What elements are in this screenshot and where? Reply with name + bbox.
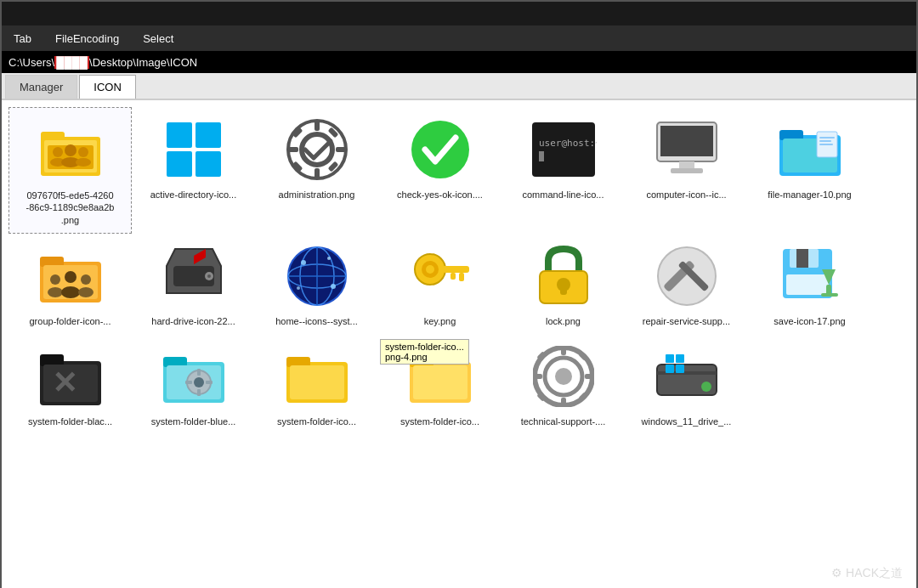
icon-label: file-manager-10.png: [768, 189, 851, 201]
svg-point-46: [81, 274, 91, 285]
svg-rect-31: [671, 168, 703, 173]
icon-image: [406, 116, 474, 184]
svg-rect-10: [167, 122, 192, 148]
menu-bar: Tab FileEncoding Select: [2, 25, 916, 51]
svg-rect-100: [413, 365, 468, 399]
icon-image: [776, 242, 844, 310]
title-bar: [2, 2, 916, 25]
svg-point-52: [207, 274, 211, 278]
icon-label: lock.png: [546, 315, 581, 327]
list-item[interactable]: 097670f5-ede5-4260-86c9-1189c9e8aa2b.png: [8, 107, 132, 234]
svg-point-24: [411, 121, 469, 178]
list-item[interactable]: hard-drive-icon-22...: [132, 234, 255, 334]
list-item[interactable]: computer-icon--ic...: [625, 107, 748, 234]
svg-point-59: [301, 260, 306, 265]
svg-point-60: [327, 257, 331, 260]
icon-label: 097670f5-ede5-4260-86c9-1189c9e8aa2b.png: [26, 189, 115, 226]
svg-point-103: [555, 368, 572, 385]
svg-rect-13: [196, 151, 221, 177]
icon-image: user@host:~$: [530, 116, 598, 184]
list-item[interactable]: home--icons--syst...: [255, 234, 378, 334]
icon-label: save-icon-17.png: [774, 315, 845, 327]
menu-select[interactable]: Select: [138, 29, 178, 48]
svg-point-65: [426, 265, 434, 274]
svg-rect-66: [442, 266, 469, 273]
list-item[interactable]: save-icon-17.png: [748, 234, 871, 334]
svg-rect-116: [676, 354, 684, 363]
svg-rect-107: [585, 374, 593, 379]
list-item[interactable]: technical-support-....: [502, 334, 625, 434]
icon-image: [37, 242, 105, 310]
list-item[interactable]: administration.png: [255, 107, 378, 234]
watermark: ⚙ HACK之道: [831, 566, 903, 581]
list-item[interactable]: key.png: [378, 234, 502, 334]
icon-image: ✕: [37, 342, 105, 410]
svg-rect-25: [532, 122, 595, 177]
icon-image: [160, 242, 228, 310]
icon-image: [160, 342, 228, 410]
svg-rect-97: [290, 365, 344, 399]
icon-label: system-folder-blac...: [28, 416, 112, 427]
icon-image: [37, 116, 105, 184]
icon-image: [653, 342, 721, 410]
svg-point-4: [53, 147, 63, 157]
svg-rect-117: [666, 365, 674, 373]
svg-point-44: [65, 271, 76, 283]
svg-text:user@host:~$: user@host:~$: [539, 138, 597, 149]
tab-bar: Manager ICON: [2, 73, 916, 100]
list-item[interactable]: system-folder-blue...: [132, 334, 255, 434]
list-item[interactable]: system-folder-ico...: [255, 334, 378, 434]
icon-label: hard-drive-icon-22...: [151, 315, 235, 327]
svg-point-61: [297, 286, 300, 290]
list-item[interactable]: active-directory-ico...: [132, 107, 255, 234]
icon-grid: 097670f5-ede5-4260-86c9-1189c9e8aa2b.png…: [8, 107, 910, 434]
path-text: C:\Users\████\Desktop\Image\ICON: [8, 56, 197, 69]
icon-label: system-folder-blue...: [151, 416, 236, 427]
icon-label: system-folder-ico...: [400, 416, 479, 427]
svg-rect-118: [676, 365, 684, 373]
list-item[interactable]: group-folder-icon-...: [8, 234, 132, 334]
menu-tab[interactable]: Tab: [8, 29, 37, 48]
list-item[interactable]: lock.png: [502, 234, 625, 334]
svg-rect-38: [819, 144, 833, 145]
list-item[interactable]: user@host:~$ command-line-ico...: [502, 107, 625, 234]
path-username: ████: [54, 56, 89, 69]
tab-manager[interactable]: Manager: [5, 75, 77, 99]
svg-rect-94: [206, 381, 212, 384]
svg-rect-27: [539, 151, 544, 161]
icon-label: check-yes-ok-icon....: [397, 189, 483, 201]
list-item[interactable]: file-manager-10.png: [748, 107, 871, 234]
svg-point-90: [194, 377, 204, 387]
icon-image: [160, 116, 228, 184]
icon-image: [406, 242, 474, 310]
menu-fileencoding[interactable]: FileEncoding: [50, 29, 124, 48]
svg-rect-92: [197, 389, 201, 396]
svg-rect-81: [821, 293, 838, 297]
content-area: 097670f5-ede5-4260-86c9-1189c9e8aa2b.png…: [2, 100, 916, 588]
list-item[interactable]: windows_11_drive_...: [625, 334, 748, 434]
svg-point-5: [65, 144, 76, 156]
svg-rect-18: [288, 147, 298, 152]
list-item[interactable]: repair-service-supp...: [625, 234, 748, 334]
tab-icon[interactable]: ICON: [79, 75, 136, 99]
icon-label: home--icons--syst...: [275, 315, 358, 327]
watermark-text: ⚙ HACK之道: [831, 566, 903, 580]
svg-rect-17: [314, 168, 320, 178]
list-item[interactable]: check-yes-ok-icon....: [378, 107, 502, 234]
list-item[interactable]: system-folder-ico...png-4.png system-fol…: [378, 334, 502, 434]
icon-label: technical-support-....: [521, 416, 606, 427]
icon-image: [283, 242, 351, 310]
icon-label: repair-service-supp...: [643, 315, 730, 327]
svg-point-62: [331, 284, 336, 289]
icon-label: group-folder-icon-...: [30, 315, 111, 327]
svg-rect-11: [196, 122, 221, 148]
svg-rect-19: [336, 147, 346, 152]
list-item[interactable]: ✕ system-folder-blac...: [8, 334, 132, 434]
svg-rect-12: [167, 151, 192, 177]
svg-rect-67: [459, 273, 464, 281]
svg-point-114: [701, 382, 711, 392]
svg-rect-37: [819, 140, 831, 142]
svg-rect-105: [561, 398, 566, 406]
svg-point-47: [78, 287, 94, 297]
svg-rect-29: [660, 126, 713, 156]
